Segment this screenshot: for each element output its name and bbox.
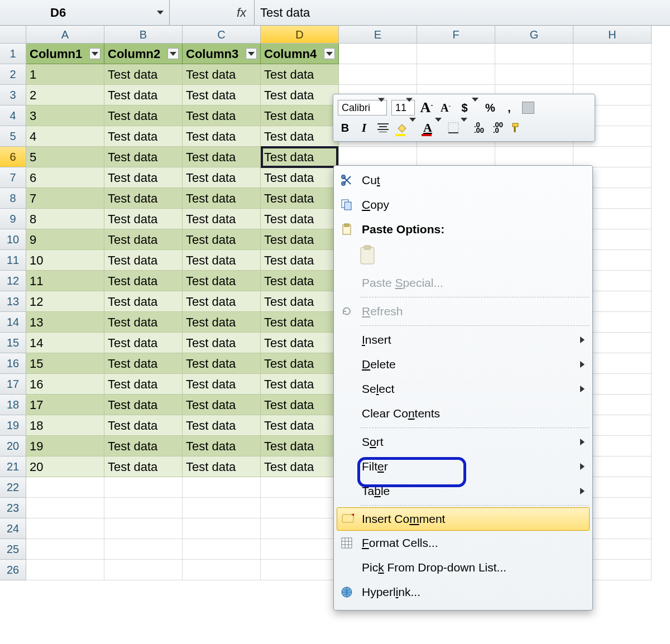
menu-item-filter[interactable]: Filter [334,454,592,479]
column-header-B[interactable]: B [104,26,183,44]
cell[interactable]: 2 [26,85,104,105]
cell[interactable]: 7 [26,188,104,209]
cell[interactable]: Test data [104,229,183,250]
menu-item-select[interactable]: Select [334,377,592,401]
italic-button[interactable]: I [357,120,371,136]
row-header[interactable]: 20 [0,436,26,456]
bold-button[interactable]: B [338,120,352,136]
cell[interactable]: Test data [261,436,339,456]
cell[interactable]: 6 [26,167,104,188]
comma-format-button[interactable]: , [502,100,516,116]
cell[interactable]: Test data [183,147,261,167]
cell[interactable]: Test data [261,64,339,85]
cell[interactable]: Test data [183,353,261,374]
cell[interactable]: Test data [183,456,261,477]
row-header[interactable]: 14 [0,312,26,333]
font-size-select[interactable]: 11 [391,100,415,116]
cell[interactable]: Test data [183,105,261,126]
cell[interactable]: 11 [26,271,104,291]
cell[interactable] [183,560,261,580]
cell[interactable]: Test data [261,167,339,188]
fill-color-button[interactable] [395,120,416,136]
column-header-E[interactable]: E [339,26,417,44]
cell[interactable]: Test data [104,456,183,477]
cell[interactable]: Test data [183,209,261,229]
cell[interactable]: Test data [183,229,261,250]
cell[interactable]: Test data [261,312,339,333]
column-header-D[interactable]: D [261,26,339,44]
row-header[interactable]: 3 [0,85,26,105]
cell[interactable]: 9 [26,229,104,250]
row-header[interactable]: 11 [0,250,26,271]
cell[interactable] [417,147,495,167]
cell[interactable]: 4 [26,126,104,147]
cell[interactable] [104,518,183,539]
cell[interactable]: 16 [26,374,104,395]
cell[interactable]: 1 [26,64,104,85]
cell[interactable]: 3 [26,105,104,126]
cell[interactable]: Test data [104,126,183,147]
cell[interactable]: Test data [104,147,183,167]
cell[interactable] [26,498,104,518]
cell[interactable]: 8 [26,209,104,229]
cell[interactable]: Test data [183,374,261,395]
cell[interactable]: Test data [261,291,339,312]
column-header-G[interactable]: G [495,26,573,44]
cell[interactable]: Test data [261,415,339,436]
cell[interactable]: Test data [261,229,339,250]
cell[interactable]: Test data [183,271,261,291]
row-header[interactable]: 19 [0,415,26,436]
cell[interactable]: Test data [261,85,339,105]
grow-font-button[interactable]: Aˆ [419,100,434,116]
cell[interactable] [417,44,495,64]
cell[interactable]: 18 [26,415,104,436]
cell[interactable]: 10 [26,250,104,271]
cell[interactable] [261,518,339,539]
filter-button[interactable] [168,48,179,59]
cell[interactable] [573,147,652,167]
row-header[interactable]: 7 [0,167,26,188]
row-header[interactable]: 21 [0,456,26,477]
cell[interactable] [261,539,339,560]
cell[interactable]: Test data [183,167,261,188]
cell[interactable] [573,64,652,85]
cell[interactable]: Test data [104,333,183,353]
cell[interactable] [26,518,104,539]
column-header-H[interactable]: H [573,26,652,44]
row-header[interactable]: 8 [0,188,26,209]
cell[interactable] [573,44,652,64]
cell[interactable] [495,64,573,85]
row-header[interactable]: 24 [0,518,26,539]
name-box[interactable]: D6 [0,0,170,25]
cell[interactable]: Test data [261,353,339,374]
cell[interactable]: Test data [261,374,339,395]
row-header[interactable]: 1 [0,44,26,64]
cell[interactable]: Test data [104,64,183,85]
cell[interactable]: Test data [183,415,261,436]
cell[interactable]: Test data [183,126,261,147]
cell[interactable] [495,147,573,167]
format-cells-dialog-button[interactable] [521,100,535,116]
filter-button[interactable] [89,48,100,59]
percent-format-button[interactable]: % [483,100,497,116]
cell[interactable]: Test data [183,436,261,456]
cell[interactable] [183,477,261,498]
row-header[interactable]: 18 [0,395,26,415]
menu-item-insert-comment[interactable]: Insert Comment [337,507,590,531]
cell[interactable]: Test data [104,271,183,291]
row-header[interactable]: 23 [0,498,26,518]
cell[interactable] [339,64,417,85]
cell[interactable]: 20 [26,456,104,477]
cell[interactable]: Column1 [26,44,104,64]
cell[interactable]: Test data [261,456,339,477]
row-header[interactable]: 16 [0,353,26,374]
cell[interactable]: 12 [26,291,104,312]
cell[interactable] [104,560,183,580]
decrease-decimal-button[interactable]: .00.0 [491,120,505,136]
cell[interactable]: Test data [104,436,183,456]
row-header[interactable]: 15 [0,333,26,353]
cell[interactable]: Test data [261,333,339,353]
cell[interactable] [339,44,417,64]
row-header[interactable]: 2 [0,64,26,85]
cell[interactable]: 15 [26,353,104,374]
